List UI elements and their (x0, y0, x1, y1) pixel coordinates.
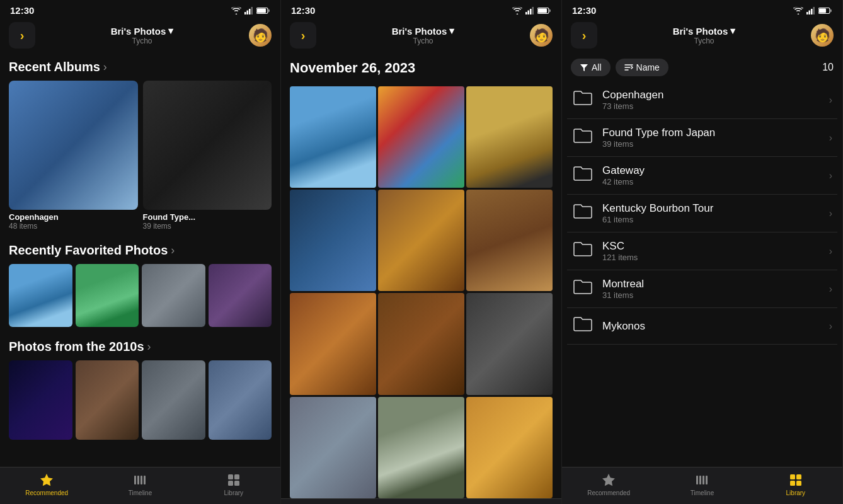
list-arrow-gateway: › (829, 170, 832, 181)
tab-bar-2: Recommended Timeline Library (281, 498, 561, 504)
list-arrow-ksc: › (829, 246, 832, 257)
folder-icon-mykonos (572, 316, 594, 336)
svg-rect-6 (268, 9, 270, 12)
recently-favorited-arrow[interactable]: › (171, 244, 175, 257)
filter-button[interactable]: All (571, 59, 611, 76)
fav-item-2[interactable] (76, 264, 139, 328)
photo-9[interactable] (466, 293, 553, 394)
album-list-count-ksc: 121 items (602, 253, 820, 262)
svg-rect-35 (819, 8, 826, 13)
album-name-copenhagen: Copenhagen (9, 212, 138, 222)
tab-timeline-1[interactable]: Timeline (93, 472, 186, 496)
tab-timeline-label-3: Timeline (691, 490, 714, 496)
photo-12[interactable] (466, 397, 553, 498)
list-item-foundtype[interactable]: Found Type from Japan 39 items › (567, 119, 837, 157)
album-info-foundtype: Found Type from Japan 39 items (602, 127, 820, 149)
avatar-2[interactable]: 🧑 (530, 24, 553, 47)
battery-icon-2 (537, 7, 551, 14)
svg-rect-36 (830, 9, 832, 12)
decade-item-3[interactable] (142, 360, 205, 440)
photo-1[interactable] (290, 86, 376, 188)
app-header-3: › Bri's Photos ▾ Tycho 🧑 (562, 18, 842, 54)
decade-arrow[interactable]: › (147, 340, 151, 353)
photo-2[interactable] (378, 86, 464, 188)
avatar-1[interactable]: 🧑 (249, 24, 272, 47)
fav-item-3[interactable] (142, 264, 205, 328)
camera-button-1[interactable]: › (9, 22, 35, 49)
decade-item-4[interactable] (209, 360, 272, 440)
tab-recommended-1[interactable]: Recommended (0, 472, 93, 496)
status-icons-2 (512, 7, 551, 14)
list-item-ksc[interactable]: KSC 121 items › (567, 232, 837, 270)
svg-rect-41 (790, 474, 795, 479)
timeline-icon-1 (132, 472, 147, 488)
photo-10[interactable] (290, 397, 376, 498)
photo-row-4 (290, 397, 553, 498)
folder-icon-gateway (572, 165, 594, 186)
header-title-1[interactable]: Bri's Photos ▾ (42, 25, 243, 37)
svg-rect-14 (234, 481, 239, 486)
camera-button-3[interactable]: › (571, 22, 597, 49)
album-thumb-copenhagen (9, 81, 138, 210)
library-icon-3 (788, 472, 803, 488)
photo-7[interactable] (290, 293, 376, 394)
album-item-copenhagen[interactable]: Copenhagen 48 items (9, 81, 138, 231)
svg-rect-31 (809, 10, 811, 14)
tab-recommended-3[interactable]: Recommended (562, 472, 655, 496)
svg-rect-37 (696, 476, 698, 484)
photo-6[interactable] (466, 190, 553, 291)
list-item-gateway[interactable]: Gateway 42 items › (567, 157, 837, 195)
album-list-count-foundtype: 39 items (602, 139, 820, 149)
tab-library-3[interactable]: Library (749, 472, 842, 496)
album-list-count-kentucky: 61 items (602, 215, 820, 224)
album-info-montreal: Montreal 31 items (602, 278, 820, 300)
svg-rect-0 (244, 12, 246, 14)
recent-albums-header: Recent Albums › (9, 60, 272, 74)
folder-icon-ksc (572, 241, 594, 261)
svg-rect-38 (699, 476, 701, 484)
avatar-3[interactable]: 🧑 (811, 24, 834, 47)
svg-rect-33 (813, 7, 815, 14)
sort-button[interactable]: Name (616, 59, 668, 76)
panel1-content: Recent Albums › Copenhagen 48 items Foun… (0, 54, 280, 467)
photo-4[interactable] (290, 190, 376, 291)
decade-item-1[interactable] (9, 360, 72, 440)
svg-rect-17 (530, 9, 532, 14)
svg-rect-16 (528, 10, 530, 14)
album-count-foundtype: 39 items (143, 222, 272, 231)
list-arrow-kentucky: › (829, 208, 832, 219)
list-item-copenhagen[interactable]: Copenhagen 73 items › (567, 81, 837, 119)
fav-item-1[interactable] (9, 264, 72, 328)
list-item-mykonos[interactable]: Mykonos › (567, 308, 837, 345)
album-list: Copenhagen 73 items › Found Type from Ja… (562, 81, 842, 467)
photo-11[interactable] (378, 397, 464, 498)
svg-rect-40 (706, 476, 708, 484)
list-item-kentucky[interactable]: Kentucky Bourbon Tour 61 items › (567, 195, 837, 232)
svg-rect-42 (796, 474, 801, 479)
tab-library-1[interactable]: Library (187, 472, 280, 496)
decade-item-2[interactable] (76, 360, 139, 440)
list-item-montreal[interactable]: Montreal 31 items › (567, 270, 837, 308)
photo-5[interactable] (378, 190, 464, 291)
album-item-foundtype[interactable]: Found Type... 39 items (143, 81, 272, 231)
timeline-icon-3 (694, 472, 709, 488)
header-title-3[interactable]: Bri's Photos ▾ (604, 25, 805, 37)
photo-8[interactable] (378, 293, 464, 394)
tab-bar-3: Recommended Timeline Library (562, 467, 842, 504)
photo-3[interactable] (466, 86, 553, 188)
star-icon-1 (39, 472, 54, 488)
album-list-name-ksc: KSC (602, 240, 820, 253)
library-icon-1 (226, 472, 241, 488)
recent-albums-arrow[interactable]: › (103, 60, 107, 74)
tab-library-label-1: Library (224, 490, 244, 496)
header-title-2[interactable]: Bri's Photos ▾ (323, 25, 524, 37)
status-bar-2: 12:30 (281, 0, 561, 18)
tab-timeline-3[interactable]: Timeline (655, 472, 748, 496)
camera-button-2[interactable]: › (290, 22, 316, 49)
folder-icon-kentucky (572, 203, 594, 224)
svg-rect-8 (137, 476, 139, 484)
fav-item-4[interactable] (209, 264, 272, 328)
album-list-name-copenhagen: Copenhagen (602, 89, 820, 101)
photo-grid (281, 86, 561, 498)
library-header: All Name 10 (562, 54, 842, 81)
